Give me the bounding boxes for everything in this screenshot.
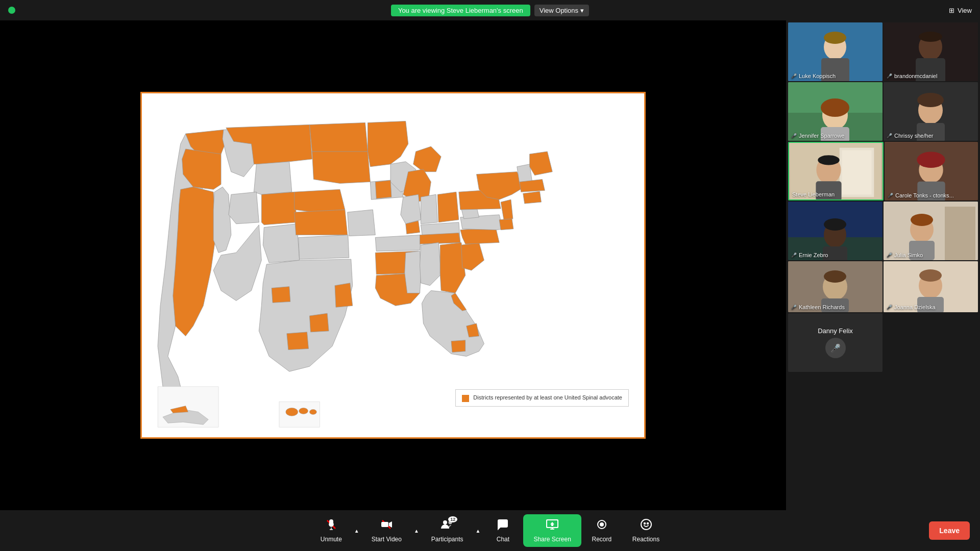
participant-tile-joanna[interactable]: 🎤 Joanna Dzielska <box>884 261 978 312</box>
svg-point-84 <box>917 93 944 107</box>
unmute-arrow[interactable]: ▲ <box>352 524 361 538</box>
svg-point-95 <box>917 152 945 168</box>
share-screen-label: Share Screen <box>533 536 571 543</box>
svg-marker-9 <box>261 192 297 224</box>
status-indicator <box>8 7 15 14</box>
participant-tile-jennifer[interactable]: 🎤 Jennifer Sparrowe <box>788 82 883 141</box>
reactions-button[interactable]: Reactions <box>622 514 670 547</box>
svg-point-132 <box>600 522 604 527</box>
tile-name-luke: 🎤 Luke Koppisch <box>791 73 836 79</box>
svg-marker-10 <box>229 192 259 223</box>
participant-tile-kathleen[interactable]: 🎤 Kathleen Richards <box>788 261 883 312</box>
mic-muted-icon-chrissy: 🎤 <box>887 133 892 138</box>
screen-share-banner: You are viewing Steve Lieberman's screen <box>391 5 530 16</box>
svg-marker-8 <box>254 162 291 194</box>
svg-point-124 <box>443 520 447 524</box>
svg-marker-26 <box>437 192 459 222</box>
mic-muted-icon-julia: 🎤 <box>887 253 892 258</box>
svg-marker-16 <box>295 210 348 235</box>
reactions-icon <box>640 518 652 534</box>
svg-marker-63 <box>375 180 391 198</box>
svg-marker-64 <box>272 287 290 303</box>
participants-group: 12 Participants ▲ <box>421 514 483 547</box>
mic-muted-icon-kathleen: 🎤 <box>791 305 797 310</box>
record-label: Record <box>592 536 611 543</box>
participants-panel: 🎤 Luke Koppisch 🎤 brandonmcdaniel <box>786 20 980 510</box>
participant-tile-chrissy[interactable]: 🎤 Chrissy she/her <box>884 82 978 141</box>
participant-tile-julia[interactable]: 🎤 Julia Simko <box>884 202 978 260</box>
unmute-button[interactable]: Unmute <box>310 514 352 547</box>
mic-icon-danny: 🎤 <box>830 343 841 353</box>
start-video-group: Start Video ▲ <box>361 514 421 547</box>
empty-tile <box>884 313 978 372</box>
svg-marker-12 <box>263 224 299 263</box>
participant-tile-brandon[interactable]: 🎤 brandonmcdaniel <box>884 22 978 81</box>
tile-name-joanna: 🎤 Joanna Dzielska <box>887 304 936 310</box>
view-icon-top: ⊞ View <box>949 7 972 14</box>
view-label: View <box>958 7 972 14</box>
main-content: Districts represented by at least one Un… <box>0 20 980 510</box>
leave-button[interactable]: Leave <box>929 521 970 540</box>
tile-name-carole: 🎤 Carole Tonks - ctonks... <box>888 192 954 198</box>
record-icon <box>596 518 608 534</box>
start-video-button[interactable]: Start Video <box>361 514 412 547</box>
svg-point-74 <box>919 32 942 42</box>
participants-arrow[interactable]: ▲ <box>474 524 483 538</box>
svg-marker-5 <box>213 187 231 253</box>
unmute-label: Unmute <box>321 536 342 543</box>
danny-name: Danny Felix <box>818 327 853 335</box>
participants-button[interactable]: 12 Participants <box>421 514 474 547</box>
svg-marker-37 <box>405 251 421 293</box>
tile-name-steve: Steve Lieberman <box>792 191 835 197</box>
svg-rect-122 <box>381 522 388 527</box>
participants-label: Participants <box>431 536 463 543</box>
svg-marker-25 <box>421 194 438 223</box>
chat-label: Chat <box>497 536 509 543</box>
participant-tile-carole[interactable]: 🎤 Carole Tonks - ctonks... <box>885 142 978 201</box>
view-options-button[interactable]: View Options ▾ <box>534 5 589 16</box>
share-screen-button[interactable]: Share Screen <box>523 514 581 547</box>
participant-tile-ernie[interactable]: 🎤 Ernie Zebro <box>788 202 883 260</box>
tile-name-chrissy: 🎤 Chrissy she/her <box>887 133 933 139</box>
participants-icon: 12 <box>440 518 454 534</box>
svg-point-101 <box>824 218 846 231</box>
chat-button[interactable]: Chat <box>482 514 523 547</box>
svg-point-107 <box>911 214 933 226</box>
video-arrow[interactable]: ▲ <box>412 524 421 538</box>
legend-color-box <box>462 395 469 402</box>
grid-icon: ⊞ <box>949 7 954 14</box>
svg-marker-19 <box>348 210 376 236</box>
svg-marker-35 <box>287 332 309 350</box>
svg-marker-23 <box>401 194 421 223</box>
map-svg <box>142 93 644 437</box>
svg-marker-13 <box>309 122 368 153</box>
svg-point-69 <box>824 32 846 44</box>
tile-name-julia: 🎤 Julia Simko <box>887 252 923 258</box>
svg-rect-105 <box>945 207 975 260</box>
participant-tile-danny[interactable]: Danny Felix 🎤 <box>788 313 883 372</box>
participant-tile-steve[interactable]: Steve Lieberman <box>788 142 884 201</box>
video-row-5: 🎤 Kathleen Richards 🎤 Joanna Dzielska <box>788 261 978 312</box>
legend-text: Districts represented by at least one Un… <box>473 394 622 402</box>
svg-point-90 <box>818 155 839 165</box>
view-options-label: View Options <box>540 7 578 14</box>
tile-name-ernie: 🎤 Ernie Zebro <box>791 252 828 258</box>
svg-point-116 <box>919 269 942 282</box>
svg-point-134 <box>644 523 645 524</box>
chevron-down-icon: ▾ <box>580 7 584 14</box>
svg-marker-29 <box>420 233 460 244</box>
record-button[interactable]: Record <box>581 514 622 547</box>
mic-muted-icon-ernie: 🎤 <box>791 253 797 258</box>
video-row-2: 🎤 Jennifer Sparrowe 🎤 Chrissy she/her <box>788 82 978 141</box>
svg-marker-31 <box>299 235 349 260</box>
chat-icon <box>497 518 509 534</box>
svg-marker-33 <box>335 283 353 308</box>
svg-rect-130 <box>552 528 553 530</box>
svg-point-62 <box>309 409 316 414</box>
svg-point-60 <box>286 408 298 416</box>
svg-point-133 <box>641 519 651 530</box>
reactions-label: Reactions <box>632 536 659 543</box>
participant-tile-luke[interactable]: 🎤 Luke Koppisch <box>788 22 883 81</box>
svg-marker-15 <box>295 189 345 212</box>
video-row-3: Steve Lieberman 🎤 Carole Tonks - ctonks.… <box>788 142 978 201</box>
